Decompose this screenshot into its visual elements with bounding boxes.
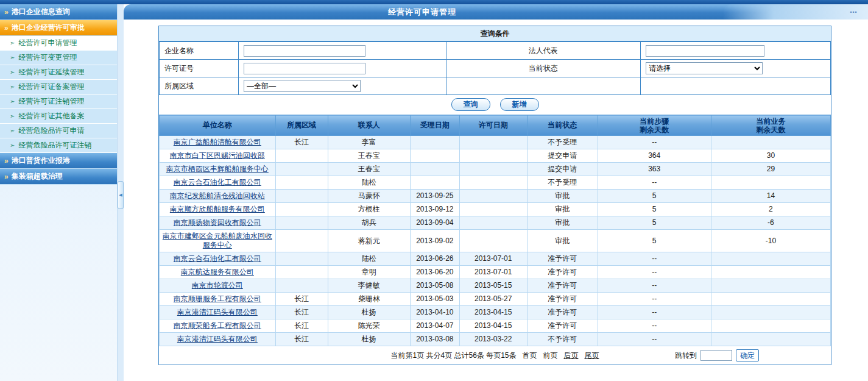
company-name-input[interactable]: [244, 45, 365, 57]
add-button[interactable]: 新增: [500, 98, 539, 111]
sidebar-item-label: 经营许可证延续管理: [18, 67, 84, 77]
status-label: 当前状态: [446, 60, 641, 77]
cell-accept-date: 2013-06-20: [411, 266, 459, 279]
first-page-link[interactable]: 首页: [523, 351, 537, 361]
sidebar-item[interactable]: » 港口企业经营许可审批: [0, 20, 117, 36]
cell-step-days: --: [598, 333, 711, 346]
cell-status: 提交申请: [527, 163, 598, 176]
cell-license-date: 2013-05-15: [459, 279, 527, 293]
prev-page-link[interactable]: 前页: [543, 351, 558, 361]
company-link[interactable]: 南京纪发船舶清仓残油回收站: [170, 191, 265, 200]
cell-accept-date: [411, 176, 459, 190]
license-no-input[interactable]: [244, 63, 365, 74]
cell-step-days: --: [598, 319, 711, 333]
company-link[interactable]: 南京市轮渡公司: [192, 281, 243, 290]
cell-region: 长江: [275, 319, 328, 333]
sidebar-item[interactable]: ➣ 经营许可申请管理: [0, 36, 117, 51]
cell-step-days: 364: [598, 149, 711, 163]
cell-license-date: [459, 149, 527, 163]
cell-region: [275, 163, 328, 176]
query-actions: 查询 新增: [159, 95, 831, 115]
jump-confirm-button[interactable]: 确定: [736, 349, 759, 361]
region-select[interactable]: —全部—: [244, 80, 361, 92]
cell-license-date: 2013-07-01: [459, 266, 527, 279]
status-select[interactable]: 请选择: [646, 62, 763, 74]
cell-license-date: [459, 176, 527, 190]
cell-region: [275, 190, 328, 203]
sidebar-item[interactable]: ➣ 经营危险品许可证注销: [0, 138, 117, 153]
cell-status: 准予许可: [527, 252, 598, 266]
cell-accept-date: 2013-04-07: [411, 319, 459, 333]
empty-cell: [446, 77, 641, 95]
cell-region: [275, 230, 328, 252]
sidebar-item-label: 港口企业经营许可审批: [12, 23, 85, 33]
company-link[interactable]: 南京市白下区恩赐污油回收部: [170, 151, 265, 160]
cell-status: 不予受理: [527, 176, 598, 190]
sidebar-item[interactable]: ➣ 经营许可证备案管理: [0, 80, 117, 94]
table-row: 南京市轮渡公司 李健敏 2013-05-08 2013-05-15 准予许可 -…: [160, 279, 831, 293]
cell-region: 长江: [275, 136, 328, 149]
cell-status: 审批: [527, 216, 598, 230]
table-row: 南京港清江码头有限公司 长江 杜扬 2013-04-10 2013-04-15 …: [160, 306, 831, 319]
cell-biz-days: [711, 333, 830, 346]
sidebar-item[interactable]: ➣ 经营许可证其他备案: [0, 109, 117, 124]
col-license-date: 许可日期: [459, 115, 527, 136]
cell-accept-date: 2013-09-04: [411, 216, 459, 230]
next-page-link[interactable]: 后页: [564, 351, 579, 361]
cell-biz-days: [711, 252, 830, 266]
sidebar-item[interactable]: » 港口普货作业报港: [0, 153, 117, 169]
cell-license-date: [459, 190, 527, 203]
cell-accept-date: 2013-09-25: [411, 190, 459, 203]
query-section-title: 查询条件: [159, 26, 831, 41]
company-link[interactable]: 南京市栖霞区丰辉船舶服务中心: [166, 165, 269, 173]
company-link[interactable]: 南京港清江码头有限公司: [177, 308, 258, 316]
arrow-icon: »: [4, 8, 9, 16]
jump-page-input[interactable]: [700, 350, 732, 361]
sidebar-item[interactable]: » 集装箱超载治理: [0, 169, 117, 185]
query-form: 企业名称 法人代表 许可证号 当前状态 请选择: [159, 41, 831, 95]
legal-rep-input[interactable]: [646, 45, 764, 57]
company-link[interactable]: 南京顺荣船务工程有限公司: [174, 321, 261, 330]
company-link[interactable]: 南京顺扬物资回收有限公司: [174, 218, 261, 227]
cell-step-days: --: [598, 252, 711, 266]
table-row: 南京顺珊服务工程有限公司 长江 柴珊林 2013-05-03 2013-05-2…: [160, 293, 831, 306]
sidebar-item[interactable]: » 港口企业信息查询: [0, 4, 117, 20]
cell-biz-days: [711, 136, 830, 149]
sidebar-item[interactable]: ➣ 经营许可变更管理: [0, 51, 117, 65]
cell-contact: 马蒙怀: [328, 190, 411, 203]
page-title: 经营许可申请管理: [388, 4, 456, 20]
sidebar-item[interactable]: ➣ 经营危险品许可申请: [0, 124, 117, 138]
company-link[interactable]: 南京航达服务有限公司: [181, 268, 254, 276]
company-link[interactable]: 南京顺珊服务工程有限公司: [174, 294, 261, 303]
company-link[interactable]: 南京云合石油化工有限公司: [174, 178, 261, 187]
company-link[interactable]: 南京市建邺区金元船舶废油水回收服务中心: [163, 232, 272, 249]
cell-step-days: 5: [598, 203, 711, 216]
cell-contact: 陆松: [328, 252, 411, 266]
cell-biz-days: -10: [711, 230, 830, 252]
cell-accept-date: 2013-09-02: [411, 230, 459, 252]
table-row: 南京市建邺区金元船舶废油水回收服务中心 蒋新元 2013-09-02 审批 5 …: [160, 230, 831, 252]
sidebar-item[interactable]: ➣ 经营许可证延续管理: [0, 65, 117, 80]
cell-status: 准予许可: [527, 293, 598, 306]
window-dots-icon: ⋯: [850, 8, 858, 16]
sidebar-collapse-handle[interactable]: ◀: [118, 181, 124, 209]
results-table: 单位名称 所属区域 联系人 受理日期 许可日期 当前状态 当前步骤 剩余天数 当…: [159, 115, 831, 346]
cell-region: 长江: [275, 293, 328, 306]
sidebar-item[interactable]: ➣ 经营许可证注销管理: [0, 94, 117, 109]
sidebar-item-label: 集装箱超载治理: [12, 171, 63, 182]
company-link[interactable]: 南京广益船舶清舱有限公司: [174, 138, 261, 146]
cell-contact: 王春宝: [328, 149, 411, 163]
cell-status: 审批: [527, 203, 598, 216]
cell-region: [275, 252, 328, 266]
results-header-row: 单位名称 所属区域 联系人 受理日期 许可日期 当前状态 当前步骤 剩余天数 当…: [160, 115, 831, 136]
cell-status: 审批: [527, 230, 598, 252]
cell-region: 长江: [275, 333, 328, 346]
arrow-icon: ➣: [10, 98, 15, 105]
company-link[interactable]: 南京顺方欣船舶服务有限公司: [170, 205, 265, 213]
company-link[interactable]: 南京云合石油化工有限公司: [174, 254, 261, 263]
company-link[interactable]: 南京港清江码头有限公司: [177, 335, 258, 343]
last-page-link[interactable]: 尾页: [585, 351, 599, 361]
cell-contact: 李富: [328, 136, 411, 149]
cell-contact: 胡兵: [328, 216, 411, 230]
search-button[interactable]: 查询: [451, 98, 490, 111]
